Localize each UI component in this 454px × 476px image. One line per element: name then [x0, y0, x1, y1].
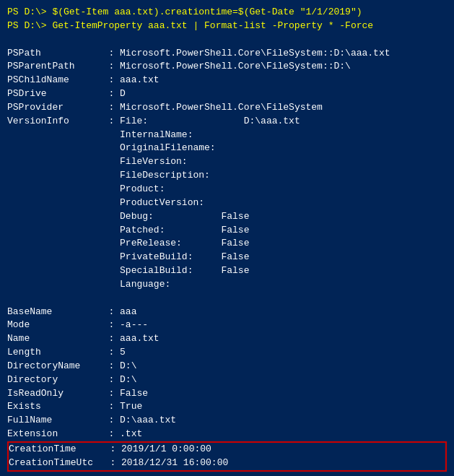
property-row: Extension : .txt	[7, 428, 142, 439]
sub-property: InternalName:	[7, 129, 193, 140]
property-row: Exists : True	[7, 401, 142, 412]
property-row: Length : 5	[7, 347, 126, 358]
command-line: PS D:\> Get-ItemProperty aaa.txt | Forma…	[7, 20, 373, 31]
property-row: Mode : -a---	[7, 319, 148, 330]
sub-property: PreRelease: False	[7, 238, 249, 248]
sub-property: PrivateBuild: False	[7, 251, 249, 262]
highlighted-property: CreationTime : 2019/1/1 0:00:00	[9, 443, 445, 456]
property-row: Name : aaa.txt	[7, 333, 160, 344]
sub-property: Language:	[7, 279, 170, 290]
command-line: PS D:\> $(Get-Item aaa.txt).creationtime…	[7, 7, 362, 17]
sub-property: SpecialBuild: False	[7, 265, 249, 276]
terminal-content: PS D:\> $(Get-Item aaa.txt).creationtime…	[7, 6, 447, 476]
sub-property: Debug: False	[7, 211, 249, 222]
property-row: PSProvider : Microsoft.PowerShell.Core\F…	[7, 102, 323, 113]
property-row: FullName : D:\aaa.txt	[7, 415, 176, 425]
property-row: Directory : D:\	[7, 374, 136, 385]
property-row: PSParentPath : Microsoft.PowerShell.Core…	[7, 61, 351, 72]
property-row: BaseName : aaa	[7, 306, 136, 317]
sub-property: Product:	[7, 183, 165, 194]
sub-property: FileVersion:	[7, 156, 188, 167]
sub-property: ProductVersion:	[7, 197, 204, 208]
property-row: IsReadOnly : False	[7, 388, 148, 399]
property-row: PSChildName : aaa.txt	[7, 74, 160, 85]
highlighted-property: CreationTimeUtc : 2018/12/31 16:00:00	[9, 456, 445, 470]
sub-property: Patched: False	[7, 225, 249, 235]
sub-property: OriginalFilename:	[7, 142, 216, 153]
terminal-window: PS D:\> $(Get-Item aaa.txt).creationtime…	[0, 0, 454, 476]
property-row: VersionInfo : File: D:\aaa.txt	[7, 116, 300, 126]
property-row: DirectoryName : D:\	[7, 360, 136, 371]
sub-property: FileDescription:	[7, 170, 210, 181]
property-row: PSPath : Microsoft.PowerShell.Core\FileS…	[7, 48, 390, 59]
property-row: PSDrive : D	[7, 88, 126, 99]
